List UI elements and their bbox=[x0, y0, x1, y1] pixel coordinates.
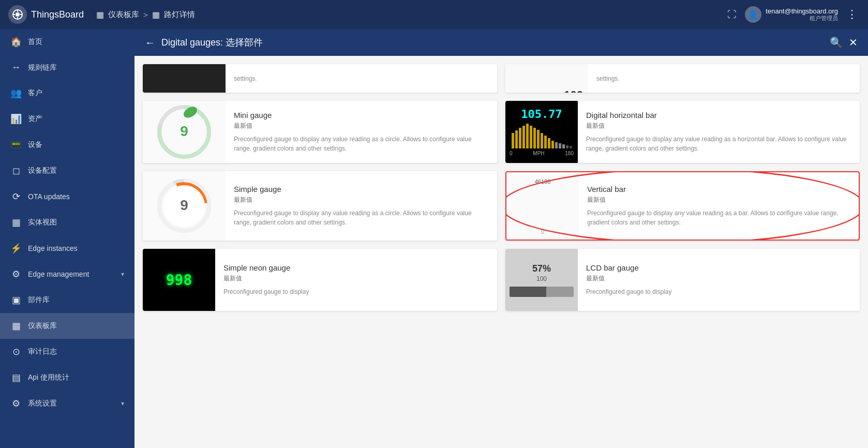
sidebar-label-home: 首页 bbox=[28, 37, 124, 47]
sidebar-label-devices: 设备 bbox=[28, 140, 124, 150]
customers-icon: 👥 bbox=[10, 87, 22, 99]
sidebar-label-rules: 规则链库 bbox=[28, 63, 124, 72]
entity-views-icon: ▦ bbox=[10, 217, 22, 228]
partial-right-right-val: 100 bbox=[564, 88, 583, 93]
sidebar-item-widgets[interactable]: ▣ 部件库 bbox=[0, 287, 134, 313]
widget-card-simple-gauge[interactable]: 9 Simple gauge 最新值 Preconfigured gauge t… bbox=[143, 171, 497, 241]
neon-gauge-info: Simple neon gauge 最新值 Preconfigured gaug… bbox=[215, 249, 497, 311]
sidebar-item-entity-views[interactable]: ▦ 实体视图 bbox=[0, 210, 134, 235]
rules-icon: ↔ bbox=[10, 62, 22, 73]
sidebar-item-home[interactable]: 🏠 首页 bbox=[0, 29, 134, 55]
digital-bar-max: 180 bbox=[565, 151, 574, 156]
user-email: tenant@thingsboard.org bbox=[766, 7, 838, 16]
widget-card-mini-gauge[interactable]: 9 Mini gauge 最新值 Preconfigured gauge to … bbox=[143, 101, 497, 163]
lcd-bar-subtitle: 最新值 bbox=[586, 274, 851, 283]
topbar-right: ⛶ 👤 tenant@thingsboard.org 租户管理员 ⋮ bbox=[725, 6, 860, 23]
mini-gauge-subtitle: 最新值 bbox=[234, 122, 489, 130]
sidebar-item-device-profiles[interactable]: ◻ 设备配置 bbox=[0, 158, 134, 184]
widget-grid: ▮▮▮▮▮ settings. 0 100 settings. bbox=[134, 56, 868, 448]
vertical-bar-desc: Preconfigured gauge to display any value… bbox=[587, 208, 850, 227]
partial-right-desc: settings. bbox=[596, 75, 851, 82]
sidebar-item-dashboards[interactable]: ▦ 仪表板库 bbox=[0, 313, 134, 339]
simple-gauge-preview: 9 bbox=[143, 171, 226, 241]
digital-bar-unit: MPH bbox=[533, 151, 544, 156]
simple-gauge-subtitle: 最新值 bbox=[234, 196, 489, 204]
modal-actions: 🔍 ✕ bbox=[830, 36, 858, 49]
sidebar-item-audit-log[interactable]: ⊙ 审计日志 bbox=[0, 339, 134, 365]
sidebar-label-edge-instances: Edge instances bbox=[28, 244, 124, 252]
sidebar-item-edge-management[interactable]: ⚙ Edge management ▾ bbox=[0, 261, 134, 287]
modal-panel: ← Digital gauges: 选择部件 🔍 ✕ ▮▮▮▮▮ bbox=[134, 29, 868, 448]
more-menu-icon[interactable]: ⋮ bbox=[844, 6, 860, 23]
topbar: ThingsBoard ▦ 仪表板库 > ▦ 路灯详情 ⛶ 👤 tenant@t… bbox=[0, 0, 868, 29]
app-name: ThingsBoard bbox=[31, 9, 84, 20]
lcd-bar-fill bbox=[510, 287, 546, 297]
sidebar-item-rules[interactable]: ↔ 规则链库 bbox=[0, 55, 134, 80]
digital-hbar-preview: 105.77 bbox=[505, 101, 578, 163]
lcd-bar-info: LCD bar gauge 最新值 Preconfigured gauge to… bbox=[578, 249, 860, 311]
assets-icon: 📊 bbox=[10, 113, 22, 125]
sidebar-item-edge-instances[interactable]: ⚡ Edge instances bbox=[0, 235, 134, 261]
digital-hbar-info: Digital horizontal bar 最新值 Preconfigured… bbox=[578, 101, 860, 163]
sidebar-item-api-usage[interactable]: ▤ Api 使用统计 bbox=[0, 365, 134, 391]
digital-bar-footer: 0 MPH 180 bbox=[510, 151, 574, 156]
widget-card-lcd-bar[interactable]: 57% 100 LCD bar gauge 最新值 Preconfig bbox=[505, 249, 860, 311]
modal-header: ← Digital gauges: 选择部件 🔍 ✕ bbox=[134, 29, 868, 56]
digital-bar-min: 0 bbox=[510, 151, 513, 156]
fullscreen-icon[interactable]: ⛶ bbox=[725, 7, 739, 22]
vertical-bar-subtitle: 最新值 bbox=[587, 196, 850, 204]
modal-back-button[interactable]: ← bbox=[145, 37, 155, 49]
partial-right-left-val: 0 bbox=[511, 91, 515, 93]
sidebar-label-settings: 系统设置 bbox=[28, 399, 115, 408]
sidebar-item-assets[interactable]: 📊 资产 bbox=[0, 106, 134, 132]
sidebar-label-assets: 资产 bbox=[28, 114, 124, 124]
content-area: ⚙ ⏱ 实时 - 最后 - 分 ⬇ ⛶ 标题： 路灯详情 ← bbox=[134, 29, 868, 448]
user-info: tenant@thingsboard.org 租户管理员 bbox=[766, 7, 838, 22]
widgets-icon: ▣ bbox=[10, 294, 22, 306]
vertical-bar-name: Vertical bar bbox=[587, 185, 850, 193]
sidebar-item-settings[interactable]: ⚙ 系统设置 ▾ bbox=[0, 391, 134, 416]
breadcrumb-dashboard[interactable]: 仪表板库 bbox=[108, 10, 139, 20]
vbar-max: 100 bbox=[541, 178, 550, 185]
device-profiles-icon: ◻ bbox=[10, 165, 22, 176]
home-icon: 🏠 bbox=[10, 36, 22, 48]
digital-hbar-name: Digital horizontal bar bbox=[586, 111, 851, 120]
vbar-min: 0 bbox=[541, 229, 544, 235]
widget-card-partial-left[interactable]: ▮▮▮▮▮ settings. bbox=[143, 64, 497, 93]
widget-card-digital-hbar[interactable]: 105.77 bbox=[505, 101, 860, 163]
user-avatar: 👤 bbox=[745, 6, 761, 23]
simple-gauge-name: Simple gauge bbox=[234, 185, 489, 193]
vbar-value: 46 bbox=[535, 178, 541, 185]
sidebar-item-ota-updates[interactable]: ⟳ OTA updates bbox=[0, 184, 134, 210]
mini-gauge-desc: Preconfigured gauge to display any value… bbox=[234, 135, 489, 153]
sidebar-label-customers: 客户 bbox=[28, 88, 124, 98]
modal-search-button[interactable]: 🔍 bbox=[830, 36, 843, 49]
svg-point-1 bbox=[16, 12, 20, 17]
sidebar-item-devices[interactable]: 📟 设备 bbox=[0, 132, 134, 158]
ota-icon: ⟳ bbox=[10, 191, 22, 202]
widget-card-vertical-bar[interactable]: 46 100 bbox=[505, 171, 860, 241]
sidebar-label-entity-views: 实体视图 bbox=[28, 218, 124, 227]
sidebar-item-customers[interactable]: 👥 客户 bbox=[0, 80, 134, 106]
widget-card-neon-gauge[interactable]: 998 Simple neon gauge 最新值 Preconfigured … bbox=[143, 249, 497, 311]
neon-gauge-subtitle: 最新值 bbox=[223, 274, 489, 283]
sidebar-label-ota: OTA updates bbox=[28, 192, 124, 201]
digital-hbar-desc: Preconfigured gauge to display any value… bbox=[586, 135, 851, 153]
sidebar-label-device-profiles: 设备配置 bbox=[28, 166, 124, 175]
breadcrumb-separator: > bbox=[143, 10, 148, 19]
app-logo[interactable]: ThingsBoard bbox=[8, 5, 84, 24]
dashboards-icon: ▦ bbox=[10, 320, 22, 332]
modal-close-button[interactable]: ✕ bbox=[849, 36, 858, 49]
user-menu[interactable]: 👤 tenant@thingsboard.org 租户管理员 bbox=[745, 6, 838, 23]
digital-bar-value: 105.77 bbox=[521, 108, 562, 121]
sidebar-label-dashboards: 仪表板库 bbox=[28, 321, 124, 331]
sidebar-label-api-usage: Api 使用统计 bbox=[28, 373, 124, 382]
widget-card-partial-right[interactable]: 0 100 settings. bbox=[505, 64, 860, 93]
neon-gauge-preview: 998 bbox=[143, 249, 215, 311]
breadcrumb-current: 路灯详情 bbox=[164, 10, 195, 20]
modal-title: Digital gauges: 选择部件 bbox=[161, 36, 824, 49]
svg-text:9: 9 bbox=[180, 197, 188, 213]
settings-expand-icon: ▾ bbox=[121, 400, 124, 407]
edge-management-icon: ⚙ bbox=[10, 268, 22, 280]
lcd-percentage: 57% bbox=[532, 263, 551, 274]
